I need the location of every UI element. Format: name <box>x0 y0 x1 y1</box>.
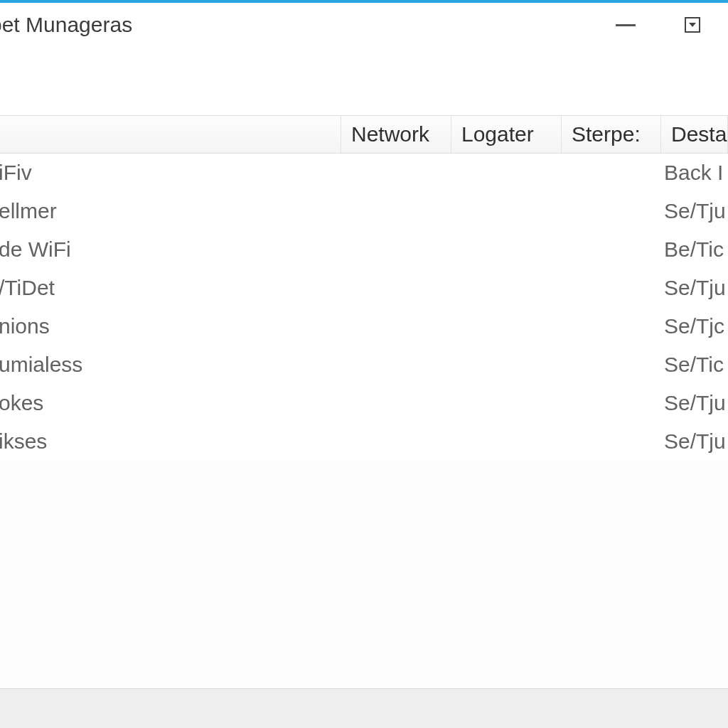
table-row[interactable]: iFiv Back I <box>0 154 728 192</box>
window-title: oet Munageras <box>0 13 132 37</box>
table-row[interactable]: umialess Se/Tic <box>0 346 728 384</box>
cell-detail: Se/Tju <box>661 199 728 223</box>
app-window: oet Munageras Network Logater Sterpe: De… <box>0 0 728 728</box>
status-bar <box>0 688 728 728</box>
minimize-icon <box>616 24 636 26</box>
cell-detail: Se/Tju <box>661 391 728 415</box>
minimize-button[interactable] <box>610 9 641 41</box>
table-row[interactable]: de WiFi Be/Tic <box>0 230 728 269</box>
table-row[interactable]: ellmer Se/Tju <box>0 192 728 230</box>
cell-detail: Back I <box>661 161 728 185</box>
window-controls <box>610 9 708 41</box>
cell-name: okes <box>0 391 341 415</box>
cell-detail: Se/Tju <box>661 429 728 454</box>
cell-detail: Be/Tic <box>661 237 728 262</box>
cell-name: /TiDet <box>0 276 341 300</box>
chevron-down-icon <box>689 23 696 27</box>
column-header-name[interactable] <box>0 116 341 153</box>
cell-detail: Se/Tjc <box>661 314 728 338</box>
cell-detail: Se/Tic <box>661 353 728 377</box>
table-row[interactable]: /TiDet Se/Tju <box>0 269 728 307</box>
window-menu-button[interactable] <box>677 9 708 41</box>
column-header-logater[interactable]: Logater <box>451 116 562 153</box>
cell-detail: Se/Tju <box>661 276 728 300</box>
titlebar[interactable]: oet Munageras <box>0 3 728 47</box>
cell-name: ellmer <box>0 199 341 223</box>
column-header-network[interactable]: Network <box>341 116 451 153</box>
table-row[interactable]: okes Se/Tju <box>0 384 728 422</box>
cell-name: nions <box>0 314 341 338</box>
table-row[interactable]: ikses Se/Tju <box>0 422 728 461</box>
column-headers: Network Logater Sterpe: Destal <box>0 115 728 154</box>
toolbar-spacer <box>0 47 728 115</box>
cell-name: iFiv <box>0 161 341 185</box>
table-row[interactable]: nions Se/Tjc <box>0 307 728 346</box>
cell-name: ikses <box>0 429 341 454</box>
dropdown-box-icon <box>685 17 700 33</box>
column-header-sterpe[interactable]: Sterpe: <box>562 116 661 153</box>
table-body: iFiv Back I ellmer Se/Tju de WiFi Be/Tic… <box>0 154 728 461</box>
cell-name: umialess <box>0 353 341 377</box>
cell-name: de WiFi <box>0 237 341 262</box>
column-header-destal[interactable]: Destal <box>661 116 728 153</box>
